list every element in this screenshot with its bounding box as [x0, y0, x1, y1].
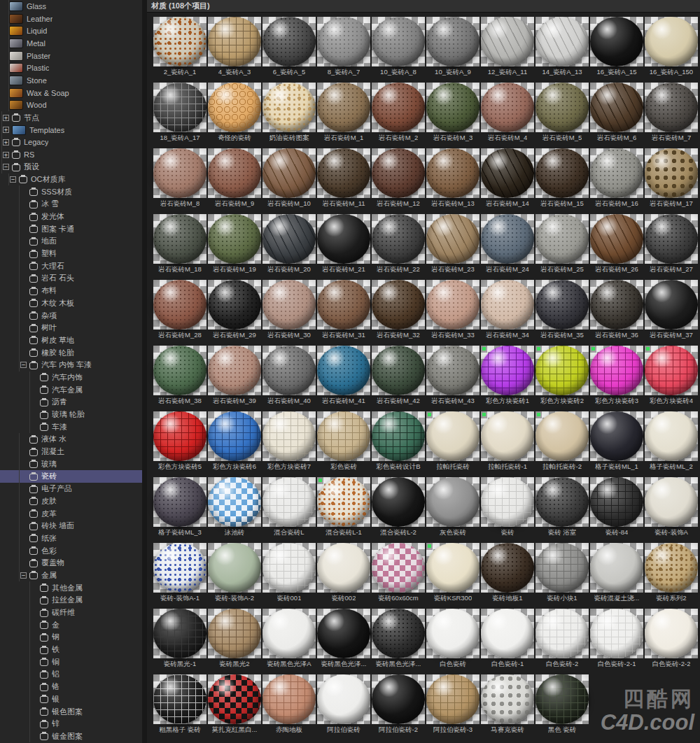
- material-tile[interactable]: 彩色方块瓷砖5: [153, 411, 207, 477]
- sidebar-item[interactable]: 铬: [0, 681, 142, 693]
- material-tile[interactable]: 岩石瓷砖M_21: [316, 214, 371, 280]
- sidebar-item[interactable]: 图案 卡通: [0, 222, 142, 235]
- material-tile[interactable]: 岩石瓷砖M_39: [207, 346, 262, 411]
- material-tile[interactable]: 岩石瓷砖M_30: [262, 280, 316, 346]
- material-tile[interactable]: 瓷砖黑色光泽...: [316, 609, 371, 674]
- sidebar-item[interactable]: 大理石: [0, 260, 142, 272]
- expand-toggle-icon[interactable]: +: [3, 115, 9, 121]
- material-tile[interactable]: 岩石瓷砖M_12: [371, 148, 426, 214]
- material-tile[interactable]: 岩石瓷砖M_29: [207, 280, 262, 346]
- sidebar-item[interactable]: Leather: [0, 13, 142, 25]
- material-tile[interactable]: 岩石瓷砖M_7: [644, 83, 699, 148]
- sidebar-item[interactable]: + 节点: [0, 111, 142, 124]
- material-tile[interactable]: 白色瓷砖-2-1: [589, 609, 644, 674]
- sidebar-item[interactable]: − 金属: [0, 569, 142, 582]
- sidebar-item[interactable]: 铜: [0, 656, 142, 668]
- material-tile[interactable]: 岩石瓷砖M_24: [480, 214, 535, 280]
- material-tile[interactable]: 彩色方块瓷砖2: [535, 346, 589, 411]
- sidebar-item[interactable]: 电子产品: [0, 483, 142, 495]
- sidebar-item[interactable]: 木纹 木板: [0, 297, 142, 310]
- material-tile[interactable]: 瓷砖001: [262, 543, 316, 609]
- material-tile[interactable]: 瓷砖-装饰A-1: [153, 543, 207, 609]
- material-tile[interactable]: 岩石瓷砖M_35: [535, 280, 589, 346]
- material-tile[interactable]: 岩石瓷砖M_25: [535, 214, 589, 280]
- material-tile[interactable]: 彩色方块瓷砖1: [480, 346, 535, 411]
- sidebar-item[interactable]: 银: [0, 693, 142, 706]
- material-tile[interactable]: 岩石瓷砖M_40: [262, 346, 316, 411]
- material-tile[interactable]: 18_瓷砖A_17: [153, 83, 207, 148]
- material-tile[interactable]: 彩色方块瓷砖7: [262, 411, 316, 477]
- material-tile[interactable]: 彩色瓷砖: [316, 411, 371, 477]
- sidebar-item[interactable]: Stone: [0, 74, 142, 87]
- sidebar-item[interactable]: 瓷砖: [0, 470, 142, 483]
- material-tile[interactable]: 岩石瓷砖M_5: [535, 83, 589, 148]
- material-tile[interactable]: 阿拉伯瓷砖-3: [426, 674, 480, 740]
- material-tile[interactable]: 彩色方块瓷砖3: [589, 346, 644, 411]
- material-tile[interactable]: 岩石瓷砖M_19: [207, 214, 262, 280]
- material-tile[interactable]: 马赛克瓷砖: [480, 674, 535, 740]
- material-tile[interactable]: 格子瓷砖ML_3: [153, 477, 207, 543]
- material-tile[interactable]: 瓷砖小块1: [535, 543, 589, 609]
- material-tile[interactable]: 岩石瓷砖M_33: [426, 280, 480, 346]
- material-tile[interactable]: 混合瓷砖L-1: [316, 477, 371, 543]
- material-tile[interactable]: 瓷砖黑光-1: [153, 609, 207, 674]
- material-tile[interactable]: 岩石瓷砖M_13: [426, 148, 480, 214]
- sidebar-item[interactable]: 钢: [0, 631, 142, 644]
- material-tile[interactable]: 岩石瓷砖M_31: [316, 280, 371, 346]
- material-tile[interactable]: 瓷砖混凝土浇...: [589, 543, 644, 609]
- sidebar-item[interactable]: 其他金属: [0, 581, 142, 594]
- sidebar-item[interactable]: 皮肤: [0, 495, 142, 508]
- material-tile[interactable]: 岩石瓷砖M_16: [589, 148, 644, 214]
- material-tile[interactable]: 黑色 瓷砖: [535, 674, 589, 740]
- sidebar-item[interactable]: Wood: [0, 99, 142, 112]
- material-tile[interactable]: 岩石瓷砖M_27: [644, 214, 699, 280]
- material-tile[interactable]: 瓷砖60x60cm: [371, 543, 426, 609]
- material-tile[interactable]: 岩石瓷砖M_34: [480, 280, 535, 346]
- material-tile[interactable]: 白色瓷砖-2-2: [644, 609, 699, 674]
- material-tile[interactable]: 4_瓷砖A_3: [207, 17, 262, 83]
- sidebar-item[interactable]: + Legacy: [0, 136, 142, 149]
- sidebar-item[interactable]: 银色图案: [0, 705, 142, 718]
- material-tile[interactable]: 岩石瓷砖M_10: [262, 148, 316, 214]
- sidebar-item[interactable]: 树皮 草地: [0, 334, 142, 347]
- sidebar-item[interactable]: − 预设: [0, 161, 142, 174]
- sidebar-item[interactable]: 液体 水: [0, 433, 142, 446]
- sidebar-item[interactable]: 碳纤维: [0, 607, 142, 619]
- material-tile[interactable]: 瓷砖黑色光泽A: [262, 609, 316, 674]
- material-tile[interactable]: 2_瓷砖A_1: [153, 17, 207, 83]
- sidebar-item[interactable]: 汽车内饰: [0, 372, 142, 384]
- sidebar-item[interactable]: 玻璃 轮胎: [0, 409, 142, 421]
- material-tile[interactable]: 岩石瓷砖M_2: [371, 83, 426, 148]
- material-tile[interactable]: 瓷砖系列2: [644, 543, 699, 609]
- sidebar-item[interactable]: 沥青: [0, 396, 142, 409]
- material-tile[interactable]: 瓷砖-84: [589, 477, 644, 543]
- sidebar-item[interactable]: Plastic: [0, 62, 142, 74]
- sidebar-item[interactable]: 砖块 墙面: [0, 520, 142, 532]
- material-tile[interactable]: 岩石瓷砖M_3: [426, 83, 480, 148]
- material-tile[interactable]: 混合瓷砖L: [262, 477, 316, 543]
- material-tile[interactable]: 8_瓷砖A_7: [316, 17, 371, 83]
- material-tile[interactable]: 岩石瓷砖M_41: [316, 346, 371, 411]
- sidebar-item[interactable]: 纸张: [0, 532, 142, 545]
- material-tile[interactable]: 岩石瓷砖M_6: [589, 83, 644, 148]
- material-tile[interactable]: 岩石瓷砖M_26: [589, 214, 644, 280]
- sidebar-item[interactable]: − OC材质库: [0, 174, 142, 186]
- material-tile[interactable]: 拉帕托瓷砖-2: [535, 411, 589, 477]
- material-tile[interactable]: 12_瓷砖A_11: [480, 17, 535, 83]
- material-tile[interactable]: 赤陶地板: [262, 674, 316, 740]
- material-tile[interactable]: 瓷砖黑光2: [207, 609, 262, 674]
- expand-toggle-icon[interactable]: +: [3, 152, 9, 158]
- sidebar-item[interactable]: 塑料: [0, 248, 142, 260]
- material-tile[interactable]: 格子瓷砖ML_2: [644, 411, 699, 477]
- material-tile[interactable]: 混合瓷砖L-2: [371, 477, 426, 543]
- sidebar-item[interactable]: Wax & Soap: [0, 87, 142, 99]
- material-tile[interactable]: 瓷砖 浴室: [535, 477, 589, 543]
- expand-toggle-icon[interactable]: −: [20, 572, 27, 579]
- sidebar-item[interactable]: 覆盖物: [0, 557, 142, 569]
- sidebar-item[interactable]: 金: [0, 618, 142, 631]
- material-tile[interactable]: 奶油瓷砖图案: [262, 83, 316, 148]
- material-tile[interactable]: 岩石瓷砖M_15: [535, 148, 589, 214]
- material-tile[interactable]: 奇怪的瓷砖: [207, 83, 262, 148]
- material-tile[interactable]: 岩石瓷砖M_28: [153, 280, 207, 346]
- sidebar-item[interactable]: 布料: [0, 285, 142, 297]
